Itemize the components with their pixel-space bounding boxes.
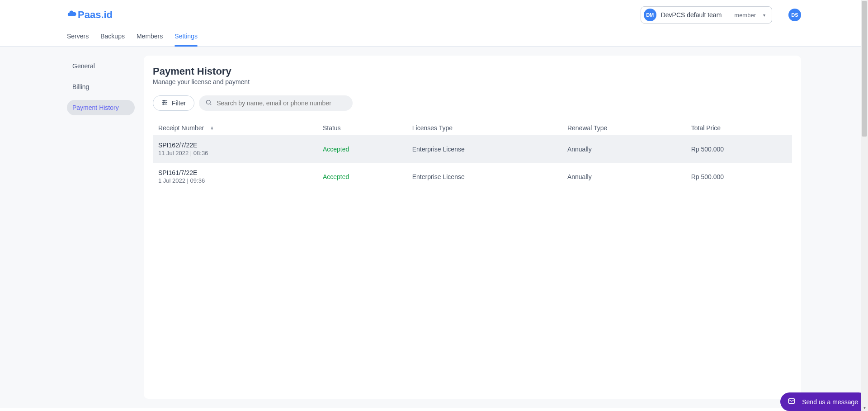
filter-label: Filter bbox=[172, 99, 186, 107]
svg-point-4 bbox=[165, 102, 166, 103]
col-total: Total Price bbox=[687, 121, 792, 135]
col-renewal: Renewal Type bbox=[563, 121, 687, 135]
total-price: Rp 500.000 bbox=[687, 135, 792, 163]
renewal-type: Annually bbox=[563, 163, 687, 190]
sidebar-item-billing[interactable]: Billing bbox=[67, 79, 135, 94]
renewal-type: Annually bbox=[563, 135, 687, 163]
user-avatar[interactable]: DS bbox=[788, 9, 801, 21]
status-badge: Accepted bbox=[323, 173, 349, 180]
logo-text: Paas.id bbox=[78, 9, 113, 21]
col-receipt[interactable]: Receipt Number ▲▼ bbox=[153, 121, 318, 135]
payment-table: Receipt Number ▲▼ Status Licenses Type R… bbox=[153, 121, 792, 190]
team-name: DevPCS default team bbox=[661, 11, 722, 19]
team-selector[interactable]: DM DevPCS default team member ▾ bbox=[641, 6, 772, 24]
nav-settings[interactable]: Settings bbox=[175, 33, 198, 46]
sidebar-item-general[interactable]: General bbox=[67, 58, 135, 74]
table-row[interactable]: SPI161/7/22E 1 Jul 2022 | 09:36 Accepted… bbox=[153, 163, 792, 190]
sliders-icon bbox=[161, 99, 168, 107]
nav-backups[interactable]: Backups bbox=[100, 33, 125, 46]
receipt-number: SPI161/7/22E bbox=[158, 169, 314, 176]
cloud-icon bbox=[67, 9, 77, 21]
search-input[interactable] bbox=[216, 99, 346, 107]
receipt-date: 1 Jul 2022 | 09:36 bbox=[158, 177, 314, 184]
license-type: Enterprise License bbox=[408, 135, 563, 163]
svg-point-3 bbox=[163, 100, 165, 102]
page-subtitle: Manage your license and payment bbox=[153, 78, 792, 85]
col-status: Status bbox=[318, 121, 408, 135]
mail-icon bbox=[788, 397, 796, 406]
page-title: Payment History bbox=[153, 66, 792, 77]
status-badge: Accepted bbox=[323, 146, 349, 153]
scroll-thumb[interactable] bbox=[862, 1, 867, 137]
payment-history-panel: Payment History Manage your license and … bbox=[144, 56, 801, 399]
license-type: Enterprise License bbox=[408, 163, 563, 190]
svg-point-6 bbox=[207, 100, 211, 104]
chat-label: Send us a message bbox=[802, 398, 858, 406]
nav-servers[interactable]: Servers bbox=[67, 33, 89, 46]
vertical-scrollbar[interactable]: ▴ ▾ bbox=[861, 0, 868, 408]
svg-line-7 bbox=[210, 104, 212, 105]
scroll-down-arrow[interactable]: ▾ bbox=[861, 404, 868, 408]
search-box[interactable] bbox=[199, 95, 353, 111]
filter-button[interactable]: Filter bbox=[153, 95, 194, 111]
logo[interactable]: Paas.id bbox=[67, 9, 113, 21]
sort-icon: ▲▼ bbox=[210, 127, 214, 130]
total-price: Rp 500.000 bbox=[687, 163, 792, 190]
receipt-number: SPI162/7/22E bbox=[158, 142, 314, 149]
sidebar-item-payment-history[interactable]: Payment History bbox=[67, 100, 135, 115]
settings-sidebar: General Billing Payment History bbox=[67, 56, 135, 399]
nav-members[interactable]: Members bbox=[137, 33, 163, 46]
svg-point-5 bbox=[163, 104, 164, 105]
chat-widget[interactable]: Send us a message ▾ bbox=[780, 392, 868, 408]
table-row[interactable]: SPI162/7/22E 11 Jul 2022 | 08:36 Accepte… bbox=[153, 135, 792, 163]
team-role: member bbox=[734, 12, 756, 19]
receipt-date: 11 Jul 2022 | 08:36 bbox=[158, 150, 314, 156]
main-nav: Servers Backups Members Settings bbox=[0, 24, 868, 47]
chevron-down-icon: ▾ bbox=[763, 13, 765, 18]
search-icon bbox=[205, 99, 212, 108]
team-avatar: DM bbox=[644, 9, 656, 21]
col-license: Licenses Type bbox=[408, 121, 563, 135]
